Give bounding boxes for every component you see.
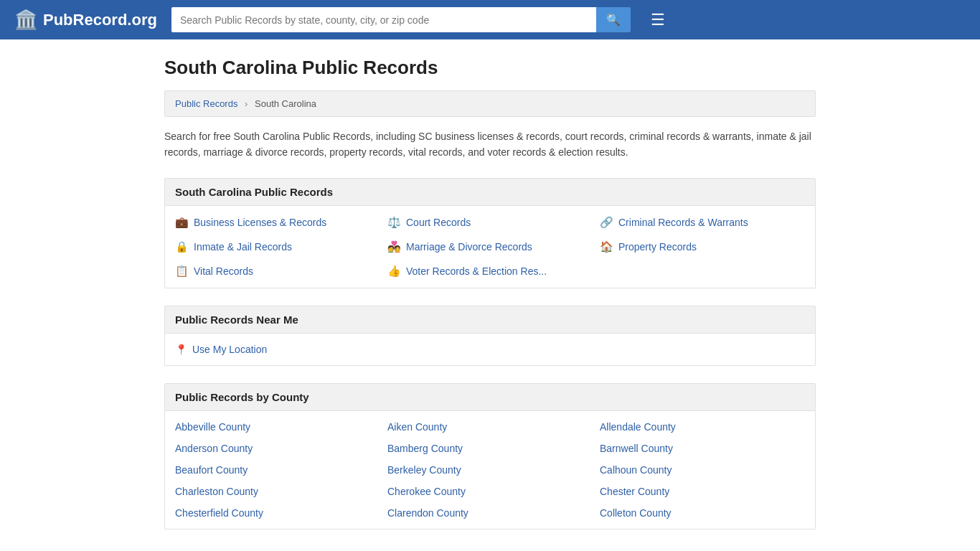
county-item[interactable]: Anderson County (175, 443, 380, 454)
record-icon: 💑 (387, 240, 401, 253)
record-item[interactable]: 💑Marriage & Divorce Records (387, 240, 593, 253)
page-title: South Carolina Public Records (164, 57, 816, 79)
record-label: Court Records (406, 217, 471, 228)
county-item[interactable]: Charleston County (175, 486, 380, 497)
record-label: Vital Records (194, 265, 253, 277)
record-icon: 📋 (175, 265, 189, 278)
menu-button[interactable]: ☰ (651, 11, 665, 29)
breadcrumb: Public Records › South Carolina (164, 90, 816, 117)
record-item[interactable]: 👍Voter Records & Election Res... (387, 265, 593, 278)
record-item[interactable]: 🏠Property Records (600, 240, 805, 253)
breadcrumb-separator: › (245, 98, 248, 109)
near-me-section: 📍 Use My Location (164, 334, 816, 366)
search-input[interactable] (171, 7, 596, 32)
record-icon: 🔗 (600, 216, 613, 229)
page-description: Search for free South Carolina Public Re… (164, 128, 816, 161)
county-item[interactable]: Abbeville County (175, 421, 380, 433)
hamburger-icon: ☰ (651, 11, 665, 29)
search-icon: 🔍 (606, 14, 621, 26)
logo-icon: 🏛️ (14, 9, 37, 31)
search-bar: 🔍 (171, 7, 631, 32)
record-item[interactable]: 🔒Inmate & Jail Records (175, 240, 380, 253)
county-item[interactable]: Barnwell County (600, 443, 805, 454)
logo-text: PubRecord.org (43, 11, 157, 29)
records-grid: 💼Business Licenses & Records⚖️Court Reco… (175, 216, 805, 278)
county-item[interactable]: Aiken County (387, 421, 593, 433)
county-item[interactable]: Chesterfield County (175, 507, 380, 519)
county-item[interactable]: Cherokee County (387, 486, 593, 497)
county-item[interactable]: Allendale County (600, 421, 805, 433)
record-label: Inmate & Jail Records (194, 241, 292, 253)
record-label: Property Records (618, 241, 697, 253)
county-item[interactable]: Berkeley County (387, 464, 593, 476)
record-item[interactable]: 📋Vital Records (175, 265, 380, 278)
record-icon: 💼 (175, 216, 189, 229)
county-item[interactable]: Calhoun County (600, 464, 805, 476)
record-item[interactable]: ⚖️Court Records (387, 216, 593, 229)
record-icon: 🏠 (600, 240, 613, 253)
county-section: Abbeville CountyAiken CountyAllendale Co… (164, 411, 816, 529)
county-grid: Abbeville CountyAiken CountyAllendale Co… (175, 421, 805, 519)
by-county-header: Public Records by County (164, 383, 816, 411)
sc-records-section: 💼Business Licenses & Records⚖️Court Reco… (164, 206, 816, 288)
breadcrumb-current: South Carolina (255, 98, 316, 109)
sc-records-header: South Carolina Public Records (164, 178, 816, 206)
county-item[interactable]: Beaufort County (175, 464, 380, 476)
record-item[interactable]: 💼Business Licenses & Records (175, 216, 380, 229)
record-label: Voter Records & Election Res... (406, 265, 547, 277)
use-my-location[interactable]: 📍 Use My Location (175, 344, 805, 355)
county-item[interactable]: Bamberg County (387, 443, 593, 454)
county-item[interactable]: Clarendon County (387, 507, 593, 519)
county-item[interactable]: Chester County (600, 486, 805, 497)
record-item[interactable]: 🔗Criminal Records & Warrants (600, 216, 805, 229)
record-label: Criminal Records & Warrants (618, 217, 748, 228)
record-icon: 👍 (387, 265, 401, 278)
record-icon: 🔒 (175, 240, 189, 253)
county-item[interactable]: Colleton County (600, 507, 805, 519)
record-label: Business Licenses & Records (194, 217, 326, 228)
breadcrumb-home[interactable]: Public Records (175, 98, 237, 109)
record-icon: ⚖️ (387, 216, 401, 229)
location-icon: 📍 (175, 344, 187, 355)
site-logo[interactable]: 🏛️ PubRecord.org (14, 9, 157, 31)
location-label: Use My Location (192, 344, 267, 355)
record-label: Marriage & Divorce Records (406, 241, 532, 253)
search-button[interactable]: 🔍 (596, 7, 631, 32)
near-me-header: Public Records Near Me (164, 306, 816, 334)
